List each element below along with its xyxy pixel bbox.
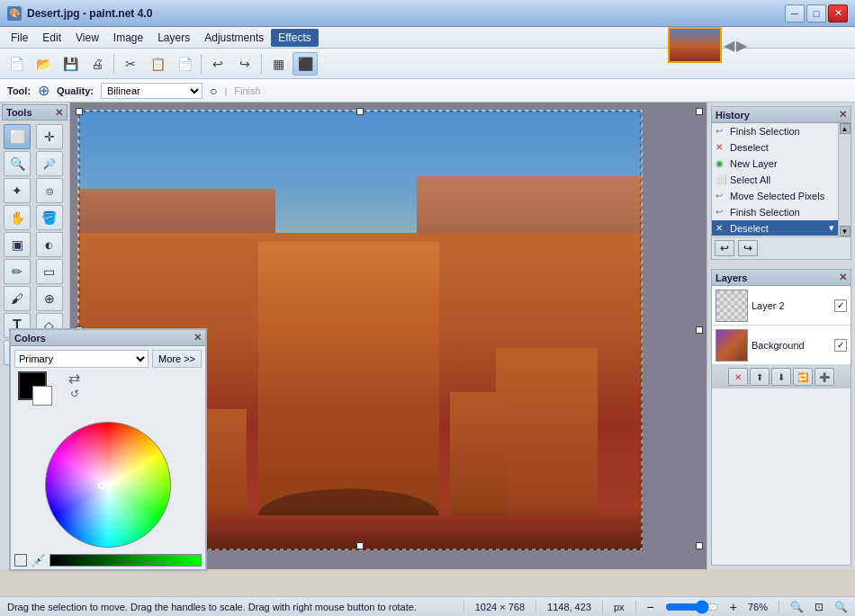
save-button[interactable]: 💾 xyxy=(58,52,83,76)
layer-thumb-bg xyxy=(716,329,748,362)
cut-button[interactable]: ✂ xyxy=(118,52,143,76)
menu-adjustments[interactable]: Adjustments xyxy=(197,29,271,47)
menu-edit[interactable]: Edit xyxy=(35,29,68,47)
resize-handle-tl[interactable] xyxy=(76,108,83,115)
tool-move[interactable]: ✛ xyxy=(36,124,63,149)
tool-magic-wand[interactable]: ✦ xyxy=(4,178,31,203)
tool-gradient[interactable]: ▣ xyxy=(4,232,31,257)
quality-select[interactable]: Bilinear Nearest Neighbor Bicubic xyxy=(101,83,202,99)
print-button[interactable]: 🖨 xyxy=(85,52,110,76)
layer-item-2[interactable]: Layer 2 ✓ xyxy=(712,286,850,326)
color-mode-select[interactable]: Primary Secondary xyxy=(14,350,148,368)
tool-pencil[interactable]: ✏ xyxy=(4,259,31,284)
resize-handle-bm[interactable] xyxy=(356,542,364,549)
history-item[interactable]: ◉ New Layer xyxy=(712,156,838,172)
zoom-in-icon[interactable]: 🔍 xyxy=(834,601,848,613)
zoom-plus-icon[interactable]: + xyxy=(730,600,737,614)
history-item[interactable]: ✕ Deselect xyxy=(712,139,838,156)
tool-paintbucket[interactable]: ◐ xyxy=(36,232,63,257)
color-wheel[interactable] xyxy=(45,422,171,548)
history-item[interactable]: ↩ Finish Selection xyxy=(712,123,838,139)
menu-view[interactable]: View xyxy=(68,29,106,47)
redo-button[interactable]: ↪ xyxy=(738,240,758,256)
layer-up-button[interactable]: ⬆ xyxy=(750,368,770,386)
layer-down-button[interactable]: ⬇ xyxy=(771,368,791,386)
layer-duplicate-button[interactable]: 🔁 xyxy=(793,368,813,386)
thumbnail-arrow[interactable]: ◀ xyxy=(724,37,734,54)
tool-rectangle-select[interactable]: ⬜ xyxy=(4,124,31,149)
history-item-label: Deselect xyxy=(730,223,769,234)
history-item-active[interactable]: ✕ Deselect ▾ xyxy=(712,220,838,237)
colors-panel-close[interactable]: ✕ xyxy=(194,332,202,344)
zoom-slider[interactable] xyxy=(665,603,719,611)
layer-name-2: Layer 2 xyxy=(752,300,831,311)
grid-button[interactable]: ▦ xyxy=(266,52,291,76)
history-undo-redo: ↩ ↪ xyxy=(712,237,850,259)
layer-delete-button[interactable]: ✕ xyxy=(728,368,748,386)
open-button[interactable]: 📂 xyxy=(31,52,56,76)
tool-zoom-in[interactable]: 🔍 xyxy=(4,151,31,176)
tool-eraser[interactable]: ▭ xyxy=(36,259,63,284)
secondary-color-swatch[interactable] xyxy=(32,386,52,406)
menu-file[interactable]: File xyxy=(4,29,35,47)
resize-handle-tr[interactable] xyxy=(696,108,703,115)
maximize-button[interactable]: □ xyxy=(806,4,826,22)
redo-button[interactable]: ↪ xyxy=(232,52,257,76)
tools-panel-close[interactable]: ✕ xyxy=(55,107,63,119)
scrollbar-down[interactable]: ▼ xyxy=(840,226,850,237)
history-item[interactable]: ⬜ Select All xyxy=(712,172,838,188)
toolbar-separator-1 xyxy=(113,54,114,74)
close-button[interactable]: ✕ xyxy=(828,4,848,22)
swap-colors-button[interactable]: ⇄ xyxy=(68,371,80,386)
tool-zoom-out[interactable]: 🔎 xyxy=(36,151,63,176)
layer-visibility-bg[interactable]: ✓ xyxy=(834,339,847,352)
colors-panel: Colors ✕ Primary Secondary More >> ⇄ ↺ 💉 xyxy=(9,328,207,571)
layers-panel-close[interactable]: ✕ xyxy=(839,272,847,283)
fill-button[interactable]: ⬛ xyxy=(292,52,318,76)
menu-effects[interactable]: Effects xyxy=(271,29,318,47)
color-swatches-area: ⇄ ↺ xyxy=(11,371,205,418)
resize-handle-mr[interactable] xyxy=(696,326,703,334)
undo-button[interactable]: ↩ xyxy=(715,240,734,256)
resize-handle-tm[interactable] xyxy=(356,108,364,115)
history-list: ↩ Finish Selection ✕ Deselect ◉ New Laye… xyxy=(712,123,838,237)
eyedropper-icon[interactable]: 💉 xyxy=(31,553,46,567)
layer-thumb-2 xyxy=(716,290,748,322)
scrollbar-up[interactable]: ▲ xyxy=(840,123,850,134)
more-button[interactable]: More >> xyxy=(152,350,202,368)
tool-fill[interactable]: 🪣 xyxy=(36,205,63,230)
history-scrollbar[interactable]: ▲ ▼ xyxy=(838,123,850,237)
menu-image[interactable]: Image xyxy=(106,29,150,47)
history-icon: ✕ xyxy=(716,142,726,152)
history-panel-close[interactable]: ✕ xyxy=(839,109,847,121)
tool-lasso[interactable]: ⌾ xyxy=(36,178,63,203)
resize-handle-br[interactable] xyxy=(696,542,703,549)
paste-button[interactable]: 📄 xyxy=(172,52,197,76)
zoom-fit-icon[interactable]: ⊡ xyxy=(814,601,824,613)
swatch-actions: ⇄ ↺ xyxy=(68,371,80,400)
copy-button[interactable]: 📋 xyxy=(145,52,170,76)
reset-colors-button[interactable]: ↺ xyxy=(70,388,79,400)
history-item[interactable]: ↩ Move Selected Pixels xyxy=(712,188,838,204)
history-icon: ◉ xyxy=(716,158,726,168)
zoom-out-icon[interactable]: 🔍 xyxy=(790,601,804,613)
black-swatch[interactable] xyxy=(14,554,27,567)
zoom-minus-icon[interactable]: − xyxy=(647,600,654,614)
new-button[interactable]: 📄 xyxy=(4,52,29,76)
tool-clone[interactable]: ⊕ xyxy=(36,286,63,311)
layer-visibility-2[interactable]: ✓ xyxy=(834,299,847,312)
history-item[interactable]: ↩ Finish Selection xyxy=(712,204,838,220)
menu-layers[interactable]: Layers xyxy=(150,29,197,47)
window-controls[interactable]: ─ □ ✕ xyxy=(785,4,848,22)
undo-button[interactable]: ↩ xyxy=(205,52,230,76)
tool-pan[interactable]: ✋ xyxy=(4,205,31,230)
layer-add-button[interactable]: ➕ xyxy=(814,368,834,386)
tool-brush[interactable]: 🖌 xyxy=(4,286,31,311)
finish-label: | xyxy=(224,85,227,96)
dimensions-value: 1024 × 768 xyxy=(475,602,525,612)
right-panels: History ✕ ↩ Finish Selection ✕ Deselect … xyxy=(706,103,855,569)
color-wheel-container[interactable] xyxy=(11,418,205,551)
layer-item-background[interactable]: Background ✓ xyxy=(712,326,850,365)
thumbnail-arrow-right[interactable]: ▶ xyxy=(736,37,747,54)
minimize-button[interactable]: ─ xyxy=(785,4,805,22)
